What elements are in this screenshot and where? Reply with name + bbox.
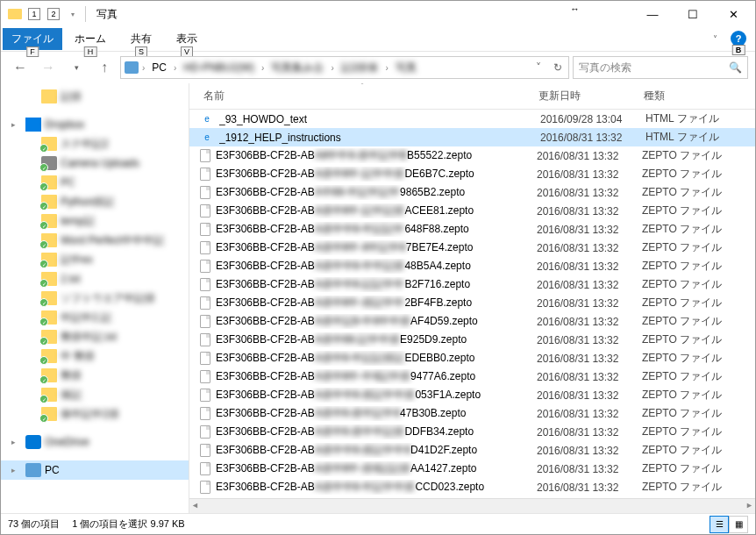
tree-item[interactable]: ✓2.txt [1, 269, 189, 289]
tree-item[interactable]: ✓Word Perfect中中中記 [1, 231, 189, 250]
back-button[interactable]: ← [8, 55, 32, 80]
tree-item[interactable]: 記排 [1, 87, 189, 106]
file-row[interactable]: E3F306BB-CF2B-ABA排中8中-排8記記排AA1427.zepto2… [189, 460, 755, 478]
minimize-button[interactable]: — [632, 1, 673, 27]
breadcrumb-item[interactable]: 写真集み合 [266, 59, 329, 77]
ribbon-tab[interactable]: ホームH [62, 28, 118, 50]
folder-icon[interactable] [6, 5, 24, 23]
file-date: 2016/08/31 13:32 [530, 224, 635, 236]
file-row[interactable]: E3F306BB-CF2B-ABA排中88-記中中排E925D9.zepto20… [189, 331, 755, 349]
file-row[interactable]: E3F306BB-CF2B-ABA排中中8-中中記排48B5A4.zepto20… [189, 257, 755, 275]
file-name: E3F306BB-CF2B-ABA中88-中記中記中9865B2.zepto [216, 185, 530, 200]
tree-item[interactable]: ✓ステ中記2 [1, 134, 189, 153]
column-date[interactable]: 更新日時 [531, 89, 637, 103]
search-icon: 🔍 [729, 61, 742, 74]
file-date: 2016/08/31 13:32 [530, 187, 635, 199]
chevron-right-icon[interactable]: › [385, 63, 388, 73]
breadcrumb-item[interactable]: 写真 [390, 59, 422, 77]
qat-button-1[interactable]: 1 [25, 5, 43, 23]
file-row[interactable]: E3F306BB-CF2B-ABA排中8中-排記中中2BF4FB.zepto20… [189, 294, 755, 312]
file-row[interactable]: e_93_HOWDO_text2016/09/28 13:04HTML ファイル [189, 110, 755, 128]
recent-dropdown[interactable]: ▾ [64, 55, 89, 80]
tree-item[interactable]: ✓temp記 [1, 211, 189, 231]
file-row[interactable]: E3F306BB-CF2B-ABA排中記8-中8中中排AF4D59.zepto2… [189, 312, 755, 331]
file-row[interactable]: e_1912_HELP_instructions2016/08/31 13:32… [189, 128, 755, 146]
file-row[interactable]: E3F306BB-CF2B-ABA排中8中-記中記排ACEE81.zepto20… [189, 202, 755, 220]
folder-icon: ✓ [41, 137, 57, 151]
chevron-icon[interactable]: ▸ [11, 438, 22, 446]
forward-button[interactable]: → [36, 55, 61, 80]
up-button[interactable]: ↑ [92, 55, 117, 80]
chevron-icon[interactable]: ▸ [11, 120, 22, 129]
file-row[interactable]: E3F306BB-CF2B-ABA排中8中-記中中排DE6B7C.zepto20… [189, 165, 755, 183]
ribbon-expand-button[interactable]: ˅ [706, 31, 724, 48]
file-date: 2016/08/31 13:32 [530, 316, 635, 328]
column-headers: 名前˄ 更新日時 種類 [189, 83, 755, 110]
chevron-icon[interactable]: ▸ [11, 466, 22, 474]
tree-item[interactable]: ▸Dropbox [1, 115, 189, 134]
tree-item-label: 記中ex [61, 253, 93, 268]
file-row[interactable]: E3F306BB-CF2B-ABA排中中8-中記記中648F88.zepto20… [189, 220, 755, 239]
file-row[interactable]: E3F306BB-CF2B-ABA排中8中-中8記中排9477A6.zepto2… [189, 367, 755, 386]
chevron-right-icon[interactable]: › [142, 63, 145, 73]
file-row[interactable]: E3F306BB-CF2B-ABA8中中8-排中記中BB55522.zepto2… [189, 146, 755, 165]
column-type[interactable]: 種類 [637, 89, 733, 103]
file-row[interactable]: E3F306BB-CF2B-ABA排中8中-8中記中87BE7E4.zepto2… [189, 239, 755, 257]
file-icon [200, 260, 210, 273]
tree-item[interactable]: ✓整排 [1, 366, 189, 385]
details-view-button[interactable]: ☰ [710, 516, 729, 533]
column-name[interactable]: 名前˄ [189, 89, 531, 103]
tree-item[interactable]: ✓PC [1, 173, 189, 192]
file-row[interactable]: E3F306BB-CF2B-ABA排中8-排中中記排DDFB34.zepto20… [189, 423, 755, 441]
file-row[interactable]: E3F306BB-CF2B-ABA中88-中記中記中9865B2.zepto20… [189, 183, 755, 202]
tree-item[interactable]: ✓ソフトウエア中記排 [1, 289, 189, 308]
tree-item[interactable]: ✓記中ex [1, 250, 189, 269]
tree-item[interactable]: ✓Camera Uploads [1, 153, 189, 173]
horizontal-scrollbar[interactable] [189, 498, 755, 513]
ribbon-tab[interactable]: 共有S [118, 28, 164, 50]
folder-icon: ✓ [41, 253, 57, 267]
qat-button-2[interactable]: 2 [45, 5, 62, 23]
chevron-right-icon[interactable]: › [331, 63, 333, 73]
breadcrumb-dropdown[interactable]: ˅ [530, 59, 547, 76]
tree-item[interactable]: ▸OneDrive [1, 432, 189, 452]
file-type: ZEPTO ファイル [635, 240, 731, 255]
file-row[interactable]: E3F306BB-CF2B-ABA排中中8-記記中中B2F716.zepto20… [189, 275, 755, 294]
file-name: E3F306BB-CF2B-ABA排中8-中記記排記EDEBB0.zepto [216, 351, 530, 366]
help-button[interactable]: ?B [731, 31, 746, 46]
sort-indicator-icon: ˄ [360, 83, 364, 89]
file-row[interactable]: E3F306BB-CF2B-ABA排中8-排中記中847B30B.zepto20… [189, 404, 755, 423]
file-row[interactable]: E3F306BB-CF2B-ABA排中中8-排記中中排053F1A.zepto2… [189, 386, 755, 404]
maximize-button[interactable]: ☐ [673, 1, 713, 27]
tree-item[interactable]: ✓Python排記 [1, 192, 189, 211]
breadcrumb-item[interactable]: 記2排保 [336, 59, 384, 77]
file-icon [200, 407, 210, 420]
tree-item-label: 記排 [61, 89, 82, 104]
tree-item[interactable]: ✓保記 [1, 385, 189, 404]
tree-item[interactable]: ✓中 整排 [1, 346, 189, 366]
navigation-tree[interactable]: 記排▸Dropbox✓ステ中記2✓Camera Uploads✓PC✓Pytho… [1, 83, 189, 513]
chevron-right-icon[interactable]: › [174, 63, 176, 73]
tree-item[interactable]: ✓整排中記.txt [1, 327, 189, 346]
close-button[interactable]: ✕ [713, 1, 753, 27]
tree-item[interactable]: ✓保中記中2排 [1, 404, 189, 424]
breadcrumb-item[interactable]: HD-PNBU2(W) [178, 60, 260, 75]
refresh-button[interactable]: ↻ [549, 59, 567, 76]
pc-icon [125, 61, 139, 74]
file-tab[interactable]: ファイル F [3, 28, 62, 50]
thumbnails-view-button[interactable]: ▦ [729, 516, 748, 533]
file-row[interactable]: E3F306BB-CF2B-ABA排中8-中記記排記EDEBB0.zepto20… [189, 349, 755, 367]
qat-dropdown[interactable]: ▾ [64, 5, 82, 23]
breadcrumb-item[interactable]: PC [146, 60, 172, 75]
file-rows[interactable]: e_93_HOWDO_text2016/09/28 13:04HTML ファイル… [189, 110, 755, 498]
ribbon-tab[interactable]: 表示V [164, 28, 210, 50]
breadcrumb[interactable]: › PC › HD-PNBU2(W) › 写真集み合 › 記2排保 › 写真 ˅… [120, 56, 569, 79]
chevron-right-icon[interactable]: › [261, 63, 264, 73]
search-input[interactable]: 写真の検索 🔍 [573, 56, 748, 79]
search-placeholder: 写真の検索 [579, 61, 631, 75]
file-row[interactable]: E3F306BB-CF2B-ABA排中中8-中記中中排CCD023.zepto2… [189, 478, 755, 496]
tree-item[interactable]: ▸PC [1, 460, 189, 480]
file-name: E3F306BB-CF2B-ABA排中中8-排記中中排053F1A.zepto [216, 388, 530, 403]
file-row[interactable]: E3F306BB-CF2B-ABA排中中8-排記中中8D41D2F.zepto2… [189, 441, 755, 460]
tree-item[interactable]: ✓中記中2.記 [1, 308, 189, 327]
